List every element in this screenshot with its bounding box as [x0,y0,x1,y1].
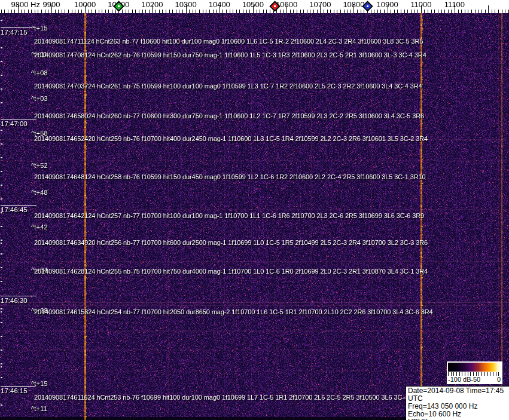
freq-tick-label: 10400 [209,1,230,8]
db-color-scale: -100 dB -50 0 [447,361,502,384]
db-gradient-bar [448,363,501,372]
meteor-detection-log-line: 20140908174611624 hCnt253 nb-76 f10699 h… [34,394,408,401]
spectrogram-app-window: -100 dB -50 0 Date=2014-09-08 Time=17:45… [0,0,509,420]
event-time-offset-label: ^t+08 [31,70,48,76]
event-time-offset-label: ^t+15 [31,381,48,387]
time-axis-label: 17:46:45 [1,205,36,214]
meteor-detection-log-line: 20140908174634920 hCnt256 nb-77 f10700 h… [34,240,428,246]
event-time-offset-label: ^t+42 [31,224,48,231]
freq-tick-label: 9800 Hz [11,1,40,8]
freq-tick-label: 10000 [74,1,96,8]
db-scale-labels: -100 dB -50 0 [448,376,501,384]
freq-tick-label: 11000 [410,1,431,8]
freq-tick-label: 9900 [42,1,60,8]
freq-tick-label: 10900 [377,1,398,8]
db-label-mid: -50 [471,376,480,383]
db-label-min: -100 dB [448,376,471,383]
time-axis-label: 17:46:15 [1,386,36,395]
meteor-detection-log-line: 20140908174648124 hCnt258 nb-76 f10599 h… [34,174,426,180]
meteor-detection-log-line: 20140908174703724 hCnt261 nb-75 f10599 h… [34,83,422,90]
event-time-offset-label: ^t+03 [31,96,48,102]
meteor-detection-log-line: 20140908174658024 hCnt260 nb-77 f10600 h… [34,113,424,119]
event-time-offset-label: ^t+48 [31,189,48,196]
spectrogram-waterfall-display[interactable] [0,0,509,420]
meteor-detection-log-line: 20140908174708124 hCnt262 nb-76 f10599 h… [34,52,426,59]
freq-tick-label: 10500 [242,1,264,8]
db-label-max: 0 [497,376,501,383]
freq-tick-label: 10200 [141,1,163,8]
meteor-detection-log-line: 20140908174642124 hCnt257 nb-77 f10700 h… [34,213,424,219]
info-date-time: Date=2014-09-08 Time=17:45 UTC [408,387,509,403]
meteor-detection-log-line: 20140908174615824 hCnt254 nb-77 f10700 h… [34,309,433,315]
time-axis-label: 17:46:30 [1,296,36,305]
freq-tick-label: 10300 [175,1,197,8]
time-axis-label: 17:47:00 [1,119,36,128]
freq-tick-label: 10800 [343,1,364,8]
meteor-detection-log-line: 20140908174711124 hCnt263 nb-77 f10600 h… [34,38,423,45]
freq-tick-label: 11100 [444,1,465,8]
freq-tick-label: 10700 [309,1,331,8]
status-info-box: Date=2014-09-08 Time=17:45 UTC Freq=143 … [406,386,509,420]
event-time-offset-label: ^t+11 [31,406,47,412]
meteor-detection-log-line: 20140908174628124 hCnt255 nb-75 f10700 h… [34,268,428,275]
event-time-offset-label: ^t+15 [31,25,48,32]
meteor-detection-log-line: 20140908174652420 hCnt259 nb-76 f10700 h… [34,136,428,142]
event-time-offset-label: ^t+52 [31,163,48,169]
